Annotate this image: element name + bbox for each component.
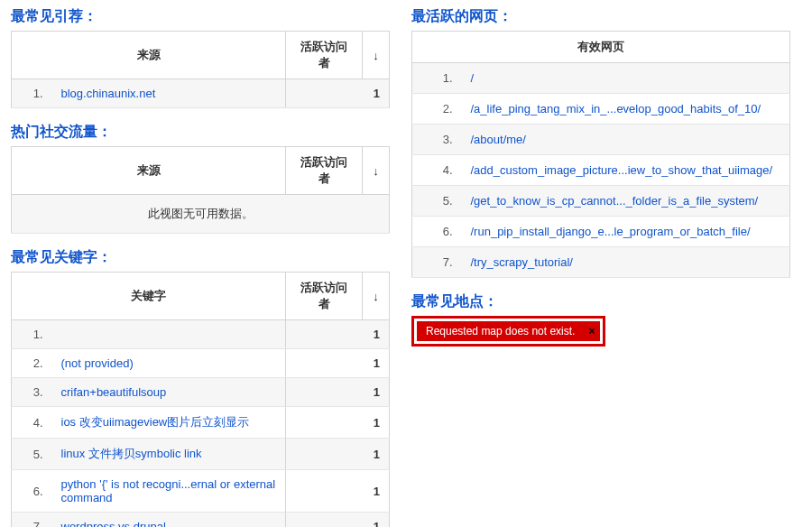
pages-table: 有效网页 1./2./a_life_ping_tang_mix_in_...ev… xyxy=(411,31,790,278)
table-row: 5.linux 文件拷贝symbolic link1 xyxy=(12,439,390,470)
row-index: 4. xyxy=(412,155,462,186)
social-title: 热门社交流量： xyxy=(11,123,390,142)
visitor-count: 1 xyxy=(286,378,390,407)
locations-title: 最常见地点： xyxy=(411,292,790,311)
row-index: 3. xyxy=(412,125,462,155)
keyword-link[interactable]: ios 改变uiimageview图片后立刻显示 xyxy=(52,407,286,439)
table-row: 2./a_life_ping_tang_mix_in_...evelop_goo… xyxy=(412,94,790,125)
close-icon[interactable]: × xyxy=(588,325,595,337)
visitor-count: 1 xyxy=(286,470,390,513)
keyword-link[interactable]: wordpress vs drupal xyxy=(52,513,286,528)
row-index: 6. xyxy=(12,470,52,513)
error-message: Requested map does not exist. xyxy=(426,325,575,337)
visitor-count: 1 xyxy=(286,79,390,108)
col-source[interactable]: 来源 xyxy=(12,147,286,195)
keywords-table: 关键字 活跃访问者 ↓ 1.12.(not provided)13.crifan… xyxy=(11,272,390,527)
col-visitors[interactable]: 活跃访问者 xyxy=(286,273,363,320)
keyword-link[interactable] xyxy=(52,320,286,349)
row-index: 2. xyxy=(412,94,462,125)
pages-title: 最活跃的网页： xyxy=(411,7,790,26)
row-index: 3. xyxy=(12,378,52,407)
page-link[interactable]: /try_scrapy_tutorial/ xyxy=(462,247,790,278)
visitor-count: 1 xyxy=(286,320,390,349)
table-row: 3./about/me/ xyxy=(412,125,790,155)
keywords-title: 最常见关键字： xyxy=(11,248,390,267)
keyword-link[interactable]: (not provided) xyxy=(52,349,286,378)
row-index: 1. xyxy=(412,63,462,94)
table-row: 4.ios 改变uiimageview图片后立刻显示1 xyxy=(12,407,390,439)
row-index: 5. xyxy=(12,439,52,470)
empty-message: 此视图无可用数据。 xyxy=(12,195,390,234)
table-row: 1. blog.chinaunix.net 1 xyxy=(12,79,390,108)
keyword-link[interactable]: crifan+beautifulsoup xyxy=(52,378,286,407)
referral-link[interactable]: blog.chinaunix.net xyxy=(52,79,286,108)
map-error-box: Requested map does not exist. × xyxy=(411,316,605,347)
table-row: 此视图无可用数据。 xyxy=(12,195,390,234)
page-link[interactable]: /add_custom_image_picture...iew_to_show_… xyxy=(462,155,790,186)
table-row: 3.crifan+beautifulsoup1 xyxy=(12,378,390,407)
row-index: 7. xyxy=(412,247,462,278)
row-index: 4. xyxy=(12,407,52,439)
row-index: 7. xyxy=(12,513,52,528)
sort-arrow-icon[interactable]: ↓ xyxy=(363,32,390,79)
page-link[interactable]: /get_to_know_is_cp_cannot..._folder_is_a… xyxy=(462,186,790,217)
page-link[interactable]: /a_life_ping_tang_mix_in_...evelop_good_… xyxy=(462,94,790,125)
col-visitors[interactable]: 活跃访问者 xyxy=(286,32,363,79)
table-row: 6./run_pip_install_django_e...le_program… xyxy=(412,217,790,247)
social-table: 来源 活跃访问者 ↓ 此视图无可用数据。 xyxy=(11,146,390,234)
page-link[interactable]: / xyxy=(462,63,790,94)
sort-arrow-icon[interactable]: ↓ xyxy=(363,273,390,320)
table-row: 4./add_custom_image_picture...iew_to_sho… xyxy=(412,155,790,186)
sort-arrow-icon[interactable]: ↓ xyxy=(363,147,390,195)
table-row: 5./get_to_know_is_cp_cannot..._folder_is… xyxy=(412,186,790,217)
referrals-table: 来源 活跃访问者 ↓ 1. blog.chinaunix.net 1 xyxy=(11,31,390,108)
row-index: 5. xyxy=(412,186,462,217)
col-visitors[interactable]: 活跃访问者 xyxy=(286,147,363,195)
col-page[interactable]: 有效网页 xyxy=(412,32,790,63)
visitor-count: 1 xyxy=(286,513,390,528)
row-index: 2. xyxy=(12,349,52,378)
visitor-count: 1 xyxy=(286,349,390,378)
keyword-link[interactable]: linux 文件拷贝symbolic link xyxy=(52,439,286,470)
referrals-title: 最常见引荐： xyxy=(11,7,390,26)
table-row: 7./try_scrapy_tutorial/ xyxy=(412,247,790,278)
col-keyword[interactable]: 关键字 xyxy=(12,273,286,320)
page-link[interactable]: /about/me/ xyxy=(462,125,790,155)
row-index: 1. xyxy=(12,79,52,108)
row-index: 6. xyxy=(412,217,462,247)
table-row: 1./ xyxy=(412,63,790,94)
visitor-count: 1 xyxy=(286,439,390,470)
row-index: 1. xyxy=(12,320,52,349)
page-link[interactable]: /run_pip_install_django_e...le_program_o… xyxy=(462,217,790,247)
keyword-link[interactable]: python '{' is not recogni...ernal or ext… xyxy=(52,470,286,513)
table-row: 7.wordpress vs drupal1 xyxy=(12,513,390,528)
table-row: 6.python '{' is not recogni...ernal or e… xyxy=(12,470,390,513)
table-row: 2.(not provided)1 xyxy=(12,349,390,378)
col-source[interactable]: 来源 xyxy=(12,32,286,79)
visitor-count: 1 xyxy=(286,407,390,439)
table-row: 1.1 xyxy=(12,320,390,349)
